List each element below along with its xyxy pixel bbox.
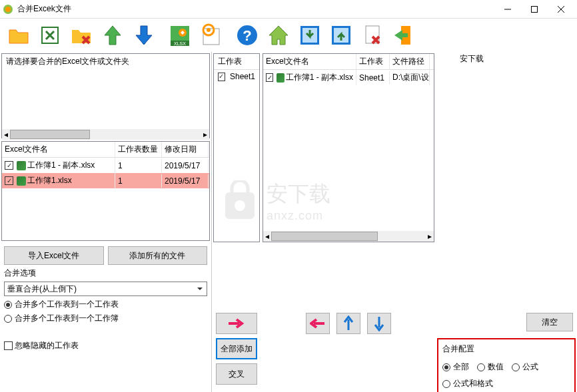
home-button[interactable] xyxy=(264,21,293,50)
svg-text:?: ? xyxy=(243,27,251,44)
app-icon xyxy=(3,4,13,15)
row-checkbox[interactable] xyxy=(5,161,13,170)
svg-rect-11 xyxy=(203,29,219,45)
sheet-header: 工作表 xyxy=(214,54,259,70)
col-sheet[interactable]: 工作表 xyxy=(356,54,390,69)
file-table-header: Excel文件名 工作表数量 修改日期 xyxy=(2,142,209,158)
convert-xlsx-button[interactable]: XLSX xyxy=(165,21,195,50)
add-all-button[interactable]: 全部添加 xyxy=(216,338,257,359)
col-filename[interactable]: Excel文件名 xyxy=(2,142,115,157)
arrow-up-icon xyxy=(343,315,354,331)
window-title: 合并Excek文件 xyxy=(17,3,494,15)
config-formula-radio[interactable]: 公式 xyxy=(512,361,538,373)
sheet-checkbox[interactable] xyxy=(218,73,225,81)
open-folder-button[interactable] xyxy=(4,21,33,50)
file-table: Excel文件名 工作表数量 修改日期 工作簿1 - 副本.xlsx 1 201… xyxy=(1,141,210,241)
add-all-files-button[interactable]: 添加所有的文件 xyxy=(108,246,208,265)
svg-point-1 xyxy=(5,7,11,12)
col-filename[interactable]: Excel文件名 xyxy=(263,54,356,69)
sheet-list-panel: 工作表 Sheet1 xyxy=(213,53,260,242)
table-row[interactable]: 工作簿1 - 副本.xlsx 1 2019/5/17 xyxy=(2,158,209,173)
arrow-left-icon xyxy=(310,318,326,329)
excel-icon xyxy=(17,176,26,186)
main-toolbar: XLSX ? xyxy=(0,19,577,52)
merge-config-panel: 合并配置 全部 数值 公式 公式和格式 忽略第一行 Ignore first r… xyxy=(437,338,576,392)
remove-button[interactable] xyxy=(306,313,330,334)
arrow-down-icon xyxy=(374,315,384,331)
svg-text:XLSX: XLSX xyxy=(174,41,186,46)
settings-button[interactable] xyxy=(197,21,226,50)
delete-doc-button[interactable] xyxy=(358,21,387,50)
config-title: 合并配置 xyxy=(442,343,570,355)
help-button[interactable]: ? xyxy=(233,21,262,50)
source-prompt: 请选择要合并的Excel文件或文件夹 xyxy=(2,54,209,69)
export-up-button[interactable] xyxy=(326,21,356,50)
exit-button[interactable] xyxy=(389,21,418,50)
left-options-panel: 导入Excel文件 添加所有的文件 合并选项 垂直合并(从上倒下) 合并多个工作… xyxy=(1,244,210,357)
horizontal-scrollbar[interactable]: ◂ ▸ xyxy=(263,231,434,242)
import-excel-button[interactable]: 导入Excel文件 xyxy=(4,246,104,265)
col-date[interactable]: 修改日期 xyxy=(162,142,209,157)
minimize-button[interactable] xyxy=(494,1,521,18)
svg-point-13 xyxy=(207,28,211,32)
move-up-button[interactable] xyxy=(98,21,127,50)
config-formula-format-radio[interactable]: 公式和格式 xyxy=(442,378,570,389)
config-all-radio[interactable]: 全部 xyxy=(442,361,469,373)
move-down-button[interactable] xyxy=(129,21,159,50)
ignore-hidden-checkbox[interactable]: 忽略隐藏的工作表 xyxy=(4,340,207,351)
table-row[interactable]: 工作簿1 - 副本.xlsx Sheet1 D:\桌面\设 xyxy=(263,70,434,85)
table-row[interactable]: 工作簿1.xlsx 1 2019/5/17 xyxy=(2,173,209,188)
col-path[interactable]: 文件路径 xyxy=(390,54,430,69)
remove-folder-button[interactable] xyxy=(67,21,96,50)
config-value-radio[interactable]: 数值 xyxy=(477,361,504,373)
maximize-button[interactable] xyxy=(521,1,548,18)
download-label: 安下载 xyxy=(460,53,484,65)
row-checkbox[interactable] xyxy=(5,176,13,185)
excel-icon xyxy=(17,161,26,170)
horizontal-scrollbar[interactable]: ◂ ▸ xyxy=(2,129,209,140)
row-checkbox[interactable] xyxy=(266,73,273,82)
open-excel-button[interactable] xyxy=(35,21,65,50)
merge-direction-select[interactable]: 垂直合并(从上倒下) xyxy=(4,282,207,296)
merge-options-label: 合并选项 xyxy=(4,268,207,279)
clear-button[interactable]: 清空 xyxy=(526,313,573,331)
import-down-button[interactable] xyxy=(295,21,324,50)
merge-list-header: Excel文件名 工作表 文件路径 xyxy=(263,54,434,70)
merge-to-workbook-radio[interactable]: 合并多个工作表到一个工作簿 xyxy=(4,313,207,324)
move-up-button[interactable] xyxy=(336,313,360,334)
sheet-item[interactable]: Sheet1 xyxy=(214,70,259,83)
arrow-right-icon xyxy=(227,318,246,329)
title-bar: 合并Excek文件 xyxy=(0,0,577,19)
merge-list-panel: Excel文件名 工作表 文件路径 工作簿1 - 副本.xlsx Sheet1 … xyxy=(263,53,434,242)
close-button[interactable] xyxy=(548,1,574,18)
merge-to-sheet-radio[interactable]: 合并多个工作表到一个工作表 xyxy=(4,299,207,310)
move-down-button[interactable] xyxy=(367,313,391,334)
add-selected-button[interactable] xyxy=(216,313,257,334)
source-folder-panel: 请选择要合并的Excel文件或文件夹 ◂ ▸ xyxy=(1,53,210,138)
col-sheet-count[interactable]: 工作表数量 xyxy=(115,142,162,157)
svg-rect-3 xyxy=(532,6,538,12)
cross-button[interactable]: 交叉 xyxy=(216,363,257,385)
excel-icon xyxy=(277,73,285,83)
